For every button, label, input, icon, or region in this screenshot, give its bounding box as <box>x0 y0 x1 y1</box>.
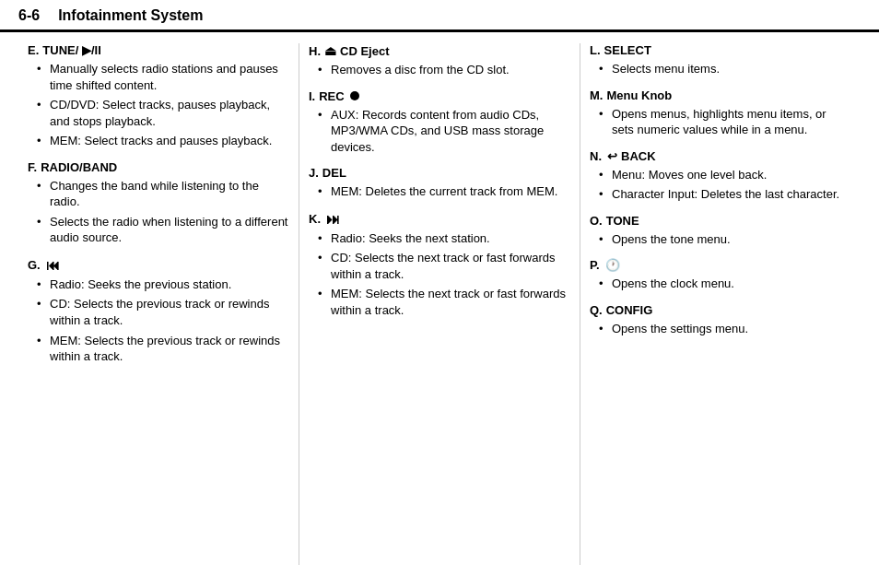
list-item: Opens the settings menu. <box>599 321 851 337</box>
section-letter-I: I. <box>309 89 315 103</box>
list-item: Opens the tone menu. <box>599 231 851 248</box>
section-title-N: BACK <box>621 149 656 163</box>
section-letter-F: F. <box>28 160 37 174</box>
section-G: G.⏮Radio: Seeks the previous station.CD:… <box>28 257 289 365</box>
bullet-list-F: Changes the band while listening to the … <box>28 178 289 246</box>
section-K: K.⏭Radio: Seeks the next station.CD: Sel… <box>309 211 570 319</box>
section-title-I: REC <box>319 89 344 103</box>
section-title-E: TUNE/ ▶/II <box>42 43 100 57</box>
page-title: Infotainment System <box>58 7 203 24</box>
list-item: CD: Selects the previous track or rewind… <box>37 296 289 328</box>
section-letter-M: M. <box>590 88 603 102</box>
section-title-O: TONE <box>606 214 639 228</box>
list-item: Menu: Moves one level back. <box>599 167 851 183</box>
column-1: E. TUNE/ ▶/IIManually selects radio stat… <box>18 43 299 565</box>
list-item: Radio: Seeks the previous station. <box>37 276 289 293</box>
list-item: MEM: Selects the next track or fast forw… <box>318 286 570 318</box>
section-P: P.🕐Opens the clock menu. <box>590 258 851 292</box>
section-letter-L: L. <box>590 43 601 57</box>
section-letter-E: E. <box>28 43 39 57</box>
back-icon: ↩ <box>607 149 617 163</box>
section-letter-Q: Q. <box>590 303 603 317</box>
section-header-G: G.⏮ <box>28 257 289 273</box>
section-L: L. SELECTSelects menu items. <box>590 43 851 77</box>
bullet-list-O: Opens the tone menu. <box>590 231 851 248</box>
main-content: E. TUNE/ ▶/IIManually selects radio stat… <box>0 32 879 576</box>
next-icon: ⏭ <box>326 211 340 227</box>
section-H: H.⏏ CD EjectRemoves a disc from the CD s… <box>309 43 570 78</box>
list-item: Radio: Seeks the next station. <box>318 230 570 247</box>
section-header-M: M. Menu Knob <box>590 88 851 102</box>
list-item: CD: Selects the next track or fast forwa… <box>318 250 570 282</box>
list-item: MEM: Deletes the current track from MEM. <box>318 183 570 200</box>
section-F: F. RADIO/BANDChanges the band while list… <box>28 160 289 246</box>
record-icon <box>350 91 359 100</box>
bullet-list-J: MEM: Deletes the current track from MEM. <box>309 183 570 200</box>
section-header-K: K.⏭ <box>309 211 570 227</box>
bullet-list-N: Menu: Moves one level back.Character Inp… <box>590 167 851 203</box>
page-header: 6-6 Infotainment System <box>0 0 879 32</box>
section-header-I: I. REC <box>309 89 570 103</box>
list-item: Manually selects radio stations and paus… <box>37 61 289 93</box>
section-header-F: F. RADIO/BAND <box>28 160 289 174</box>
section-header-O: O. TONE <box>590 214 851 228</box>
list-item: MEM: Select tracks and pauses playback. <box>37 133 289 149</box>
list-item: Selects the radio when listening to a di… <box>37 214 289 246</box>
bullet-list-I: AUX: Records content from audio CDs, MP3… <box>309 107 570 156</box>
section-title-J: DEL <box>322 166 346 180</box>
column-2: H.⏏ CD EjectRemoves a disc from the CD s… <box>299 43 580 565</box>
section-Q: Q. CONFIGOpens the settings menu. <box>590 303 851 337</box>
section-letter-J: J. <box>309 166 319 180</box>
section-title-F: RADIO/BAND <box>41 160 117 174</box>
list-item: CD/DVD: Select tracks, pauses playback, … <box>37 97 289 129</box>
section-letter-G: G. <box>28 258 41 272</box>
bullet-list-M: Opens menus, highlights menu items, or s… <box>590 106 851 138</box>
section-letter-N: N. <box>590 149 602 163</box>
section-M: M. Menu KnobOpens menus, highlights menu… <box>590 88 851 138</box>
section-title-L: SELECT <box>604 43 651 57</box>
list-item: Selects menu items. <box>599 61 851 77</box>
section-title-H: CD Eject <box>340 44 389 58</box>
bullet-list-E: Manually selects radio stations and paus… <box>28 61 289 149</box>
list-item: MEM: Selects the previous track or rewin… <box>37 333 289 365</box>
list-item: Character Input: Deletes the last charac… <box>599 186 851 203</box>
column-3: L. SELECTSelects menu items.M. Menu Knob… <box>580 43 861 565</box>
section-E: E. TUNE/ ▶/IIManually selects radio stat… <box>28 43 289 149</box>
section-O: O. TONEOpens the tone menu. <box>590 214 851 248</box>
section-letter-H: H. <box>309 44 321 58</box>
prev-icon: ⏮ <box>46 257 60 273</box>
bullet-list-L: Selects menu items. <box>590 61 851 77</box>
bullet-list-G: Radio: Seeks the previous station.CD: Se… <box>28 276 289 365</box>
eject-icon: ⏏ <box>324 43 336 58</box>
section-title-Q: CONFIG <box>606 303 653 317</box>
section-letter-K: K. <box>309 212 321 226</box>
list-item: Changes the band while listening to the … <box>37 178 289 210</box>
section-header-H: H.⏏ CD Eject <box>309 43 570 58</box>
bullet-list-H: Removes a disc from the CD slot. <box>309 62 570 78</box>
clock-icon: 🕐 <box>605 258 620 272</box>
section-letter-O: O. <box>590 214 603 228</box>
list-item: Opens the clock menu. <box>599 276 851 292</box>
section-header-E: E. TUNE/ ▶/II <box>28 43 289 57</box>
section-title-M: Menu Knob <box>606 88 672 102</box>
section-header-J: J. DEL <box>309 166 570 180</box>
section-N: N.↩ BACKMenu: Moves one level back.Chara… <box>590 149 851 203</box>
list-item: AUX: Records content from audio CDs, MP3… <box>318 107 570 156</box>
section-J: J. DELMEM: Deletes the current track fro… <box>309 166 570 200</box>
section-header-N: N.↩ BACK <box>590 149 851 163</box>
section-header-L: L. SELECT <box>590 43 851 57</box>
section-letter-P: P. <box>590 258 600 272</box>
bullet-list-K: Radio: Seeks the next station.CD: Select… <box>309 230 570 319</box>
bullet-list-Q: Opens the settings menu. <box>590 321 851 337</box>
bullet-list-P: Opens the clock menu. <box>590 276 851 292</box>
page-number: 6-6 <box>18 7 40 24</box>
section-header-Q: Q. CONFIG <box>590 303 851 317</box>
list-item: Removes a disc from the CD slot. <box>318 62 570 78</box>
section-header-P: P.🕐 <box>590 258 851 272</box>
section-I: I. RECAUX: Records content from audio CD… <box>309 89 570 156</box>
list-item: Opens menus, highlights menu items, or s… <box>599 106 851 138</box>
